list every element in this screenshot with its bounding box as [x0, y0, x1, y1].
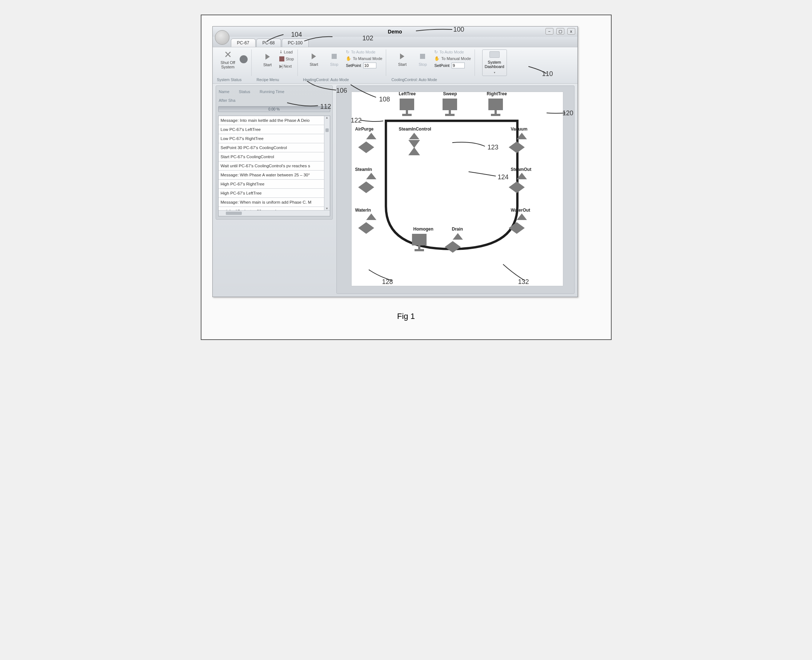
heating-setpoint-input[interactable]	[363, 63, 376, 68]
diag-label-steamout: SteamOut	[511, 167, 531, 172]
recipe-log-list[interactable]: Message: Into main kettle add the Phase …	[218, 116, 330, 216]
play-icon	[265, 54, 270, 60]
cap-waterout-icon	[517, 213, 527, 220]
progress-text: 0.00 %	[268, 107, 280, 111]
diag-label-airpurge: AirPurge	[355, 127, 374, 132]
cap-vacuum-icon	[517, 133, 527, 139]
system-status-indicator-icon	[239, 55, 247, 63]
valve-waterout-icon	[509, 222, 525, 234]
diag-label-vacuum: Vacuum	[511, 127, 528, 132]
diag-label-drain: Drain	[452, 227, 463, 232]
list-item[interactable]: High PC-67's LeftTree	[219, 189, 330, 198]
next-icon: ▶|	[279, 63, 282, 69]
ribbon-group-heating: Start Stop ↻To Auto Mode ✋To Manual Mode…	[301, 49, 386, 76]
heating-stop-button[interactable]: Stop	[325, 51, 343, 67]
cooling-setpoint-label: SetPoint	[434, 63, 449, 68]
cap-steamin-icon	[366, 173, 376, 179]
process-diagram: LeftTree Sweep RightTree SteamInControl …	[351, 92, 563, 286]
cooling-setpoint-input[interactable]	[452, 63, 465, 68]
heating-start-button[interactable]: Start	[305, 51, 322, 67]
shutoff-system-button[interactable]: ✕ Shut Off System	[219, 49, 237, 69]
col-name: Name	[219, 89, 230, 94]
valve-steamout-icon	[509, 181, 525, 193]
mixer-righttree-icon	[486, 98, 505, 117]
cap-drain-icon	[453, 233, 463, 240]
recipe-stop-button[interactable]: Stop	[279, 56, 294, 62]
tab-pc67[interactable]: PC-67	[231, 38, 255, 47]
maximize-button[interactable]: ▢	[557, 28, 565, 35]
progress-bar: 0.00 %	[218, 106, 330, 112]
recipe-next-button[interactable]: ▶|Next	[279, 63, 294, 69]
x-icon: ✕	[223, 49, 233, 60]
valve-steamin-icon	[359, 181, 374, 193]
list-item[interactable]: Message: When main is uniform add Phase …	[219, 198, 330, 207]
cooling-start-button[interactable]: Start	[393, 51, 411, 67]
ribbon-group-system-status: ✕ Shut Off System System Status	[216, 49, 252, 76]
cap-steamincontrol-icon	[409, 133, 419, 139]
list-item[interactable]: SetPoint 30 PC-67's CoolingControl	[219, 143, 330, 152]
tab-pc68[interactable]: PC-68	[256, 38, 281, 47]
titlebar: Demo – ▢ x	[213, 27, 577, 37]
list-item[interactable]: Start PC-67's CoolingControl	[219, 152, 330, 162]
dashboard-thumbnail-icon	[490, 51, 500, 58]
stop-icon	[279, 56, 284, 62]
list-item[interactable]: Low PC-67's RightTree	[219, 134, 330, 143]
group-label-recipe-menu: Recipe Menu	[255, 78, 298, 82]
diag-label-sweep: Sweep	[443, 91, 457, 96]
stop-icon	[420, 54, 425, 59]
list-item[interactable]: Wait until PC-67's CoolingControl's pv r…	[219, 162, 330, 171]
cooling-stop-button[interactable]: Stop	[414, 51, 431, 67]
diag-label-steamin: SteamIn	[355, 167, 373, 172]
vertical-scrollbar[interactable]	[324, 116, 330, 210]
close-button[interactable]: x	[567, 28, 575, 35]
h-scroll-thumb[interactable]	[226, 212, 242, 215]
window-title: Demo	[388, 29, 402, 35]
heating-to-manual-button[interactable]: ✋To Manual Mode	[346, 56, 382, 61]
col-status: Status	[239, 89, 250, 94]
group-label-cooling: CoolingControl: Auto Mode	[390, 78, 474, 82]
heating-setpoint-label: SetPoint	[346, 63, 361, 68]
heating-to-auto-button[interactable]: ↻To Auto Mode	[346, 49, 382, 54]
process-diagram-panel: LeftTree Sweep RightTree SteamInControl …	[336, 86, 574, 294]
mixer-lefttree-icon	[398, 98, 416, 117]
figure-caption: Fig 1	[213, 312, 600, 321]
cap-airpurge-icon	[366, 133, 376, 139]
diag-label-waterin: WaterIn	[355, 208, 371, 213]
group-label-heating: HeatingControl: Auto Mode	[301, 78, 386, 82]
refresh-icon: ↻	[434, 49, 438, 54]
cap-steamout-icon	[517, 173, 527, 179]
cooling-to-manual-button[interactable]: ✋To Manual Mode	[434, 56, 471, 61]
recipe-start-button[interactable]: Start	[259, 52, 276, 67]
refresh-icon: ↻	[346, 49, 349, 54]
list-item[interactable]: Message: Into main kettle add the Phase …	[219, 116, 330, 125]
hand-icon: ✋	[434, 56, 439, 61]
tab-pc100[interactable]: PC-100	[282, 38, 309, 47]
ribbon: ✕ Shut Off System System Status Start ⤓L…	[213, 47, 577, 84]
mixer-sweep-icon	[440, 98, 459, 117]
cap-waterin-icon	[366, 213, 376, 220]
v-scroll-thumb[interactable]	[325, 129, 329, 132]
system-dashboard-button[interactable]: System Dashboard ▾	[482, 49, 507, 76]
diag-label-waterout: WaterOut	[511, 208, 531, 213]
stop-icon	[331, 54, 337, 59]
mixer-homogen-icon	[410, 234, 429, 253]
chevron-down-icon: ▾	[494, 71, 495, 74]
hand-icon: ✋	[346, 56, 351, 61]
valve-drain-icon	[446, 241, 461, 253]
list-item[interactable]: High PC-67's RightTree	[219, 179, 330, 189]
diag-label-lefttree: LeftTree	[399, 91, 416, 96]
diag-label-righttree: RightTree	[487, 91, 507, 96]
list-item[interactable]: Message: With Phase A water between 25 –…	[219, 171, 330, 179]
horizontal-scrollbar[interactable]	[219, 210, 330, 216]
cooling-to-auto-button[interactable]: ↻To Auto Mode	[434, 49, 471, 54]
recipe-status-panel: Name Status Running Time After Sha 0.00 …	[216, 86, 333, 220]
valve-airpurge-icon	[359, 141, 374, 153]
recipe-load-button[interactable]: ⤓Load	[279, 49, 294, 54]
minimize-button[interactable]: –	[546, 28, 553, 35]
diag-label-homogen: Homogen	[414, 227, 433, 232]
recipe-name-value: After Sha	[218, 97, 330, 106]
valve-waterin-icon	[359, 222, 374, 234]
ribbon-group-dashboard: System Dashboard ▾	[479, 49, 511, 76]
list-item[interactable]: Low PC-67's LeftTree	[219, 125, 330, 134]
play-icon	[312, 54, 316, 59]
